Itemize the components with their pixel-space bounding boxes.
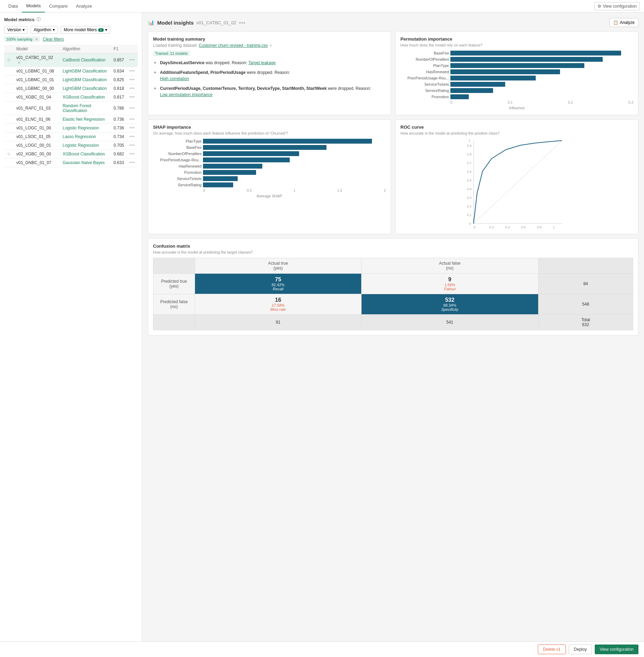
- table-row[interactable]: v01_LOGC_01_00Logistic Regression0.736••…: [4, 124, 138, 133]
- col-top-cell: [4, 84, 14, 93]
- delete-button[interactable]: Delete v1: [538, 645, 566, 654]
- perm-bar-container: [450, 63, 633, 68]
- nav-models[interactable]: Models: [22, 0, 45, 12]
- algorithm-link[interactable]: LightGBM Classification: [62, 86, 107, 91]
- algorithm-link[interactable]: Random Forest Classification: [62, 103, 91, 113]
- algorithm-link[interactable]: XGBoost Classification: [62, 152, 105, 156]
- dropped-icon-0: ✦: [153, 60, 157, 66]
- shap-axis-label: 1: [294, 189, 296, 193]
- view-config-bottom-button[interactable]: View configuration: [595, 645, 638, 654]
- svg-text:0.5: 0.5: [467, 179, 472, 182]
- cm-row-total-true: 84: [538, 274, 633, 294]
- cm-true-positive: 75 82.42% Recall: [195, 274, 362, 294]
- perm-bar-container: [450, 94, 633, 99]
- remove-sampling-icon[interactable]: ✕: [35, 37, 38, 41]
- cm-true-negative: 532 98.34% Specificity: [361, 294, 538, 315]
- shap-axis-title: Average SHAP: [153, 194, 386, 198]
- f1-cell: 0.834: [111, 67, 127, 76]
- row-more-icon[interactable]: •••: [129, 86, 135, 91]
- model-name-cell: v01_LGBMC_00_00: [14, 84, 60, 93]
- row-more-icon[interactable]: •••: [129, 152, 135, 156]
- cm-row-label-false: Predicted false(no): [153, 294, 195, 315]
- table-row[interactable]: ☆v01_CATBC_01_02 ✕CatBoost Classificatio…: [4, 53, 138, 67]
- row-more-icon[interactable]: •••: [129, 160, 135, 165]
- dataset-link[interactable]: Customer churn revised - training.csv: [199, 43, 268, 48]
- perm-bar-row: BaseFee: [400, 51, 633, 56]
- nav-analyze[interactable]: Analyze: [72, 0, 96, 12]
- model-name-cell: v01_GNBC_01_07: [14, 159, 60, 167]
- table-row[interactable]: v01_LOGC_00_01Logistic Regression0.705••…: [4, 141, 138, 150]
- cm-corner-cell: [153, 258, 195, 274]
- training-text-2: CurrentPeriodUsage, CustomerTenure, Terr…: [160, 85, 371, 98]
- target-leakage-link[interactable]: Target leakage: [248, 60, 276, 65]
- top-navigation: Data Models Compare Analyze ⚙ View confi…: [0, 0, 644, 12]
- table-row[interactable]: v01_ELNC_01_06Elastic Net Regression0.73…: [4, 115, 138, 124]
- shap-axis-label: 1.5: [337, 189, 342, 193]
- algorithm-link[interactable]: Elastic Net Regression: [62, 117, 104, 122]
- algorithm-link[interactable]: LightGBM Classification: [62, 77, 107, 82]
- row-more-icon[interactable]: •••: [129, 69, 135, 74]
- svg-text:0.4: 0.4: [505, 225, 510, 229]
- svg-text:0.9: 0.9: [467, 144, 472, 147]
- perm-bar-row: Promotion: [400, 94, 633, 99]
- algorithm-link[interactable]: LightGBM Classification: [62, 69, 107, 74]
- table-row[interactable]: v01_LGBMC_01_01LightGBM Classification0.…: [4, 76, 138, 84]
- algorithm-link[interactable]: Logistic Regression: [62, 126, 99, 130]
- row-more-icon[interactable]: •••: [129, 95, 135, 100]
- cm-false-positive: 9 1.66% Fallout: [361, 274, 538, 294]
- col-top: [4, 45, 14, 53]
- clear-filters-button[interactable]: Clear filters: [43, 37, 64, 42]
- row-more-icon[interactable]: •••: [129, 58, 135, 62]
- algorithm-link[interactable]: CatBoost Classification: [62, 58, 105, 62]
- table-row[interactable]: v01_GNBC_01_07Gaussian Naive Bayes0.633•…: [4, 159, 138, 167]
- table-row[interactable]: ☆v02_XGBC_00_00XGBoost Classification0.6…: [4, 150, 138, 159]
- model-metrics-title: Model metrics: [4, 17, 34, 22]
- row-more-icon[interactable]: •••: [129, 106, 135, 111]
- perm-bar: [450, 51, 621, 56]
- svg-text:0.6: 0.6: [521, 225, 526, 229]
- nav-data[interactable]: Data: [4, 0, 22, 12]
- f1-cell: 0.734: [111, 133, 127, 141]
- info-icon: ⓘ: [36, 17, 41, 23]
- algorithm-link[interactable]: Logistic Regression: [62, 143, 99, 148]
- shap-bar: [203, 145, 327, 150]
- more-filters-button[interactable]: More model filters 1 ▾: [61, 26, 110, 34]
- row-more-icon[interactable]: •••: [129, 117, 135, 122]
- low-perm-link[interactable]: Low permutation importance: [160, 92, 212, 97]
- row-more-icon[interactable]: •••: [129, 126, 135, 130]
- table-header-row: Model Algorithm F1: [4, 45, 138, 53]
- deploy-button[interactable]: Deploy: [569, 645, 592, 654]
- row-more-icon[interactable]: •••: [129, 143, 135, 148]
- insights-menu-icon[interactable]: •••: [239, 20, 246, 26]
- row-more-icon[interactable]: •••: [129, 77, 135, 82]
- fn-pct: 17.58%: [198, 303, 358, 307]
- settings-icon: ⚙: [598, 4, 601, 9]
- table-row[interactable]: v01_XGBC_01_04XGBoost Classification0.81…: [4, 93, 138, 102]
- cm-corner-right: [538, 258, 633, 274]
- algorithm-link[interactable]: Gaussian Naive Bayes: [62, 160, 104, 165]
- nav-compare[interactable]: Compare: [45, 0, 71, 12]
- analyze-button[interactable]: 📋 Analyze: [609, 18, 638, 27]
- version-filter-button[interactable]: Version ▾: [4, 26, 28, 34]
- high-correlation-link[interactable]: High correlation: [160, 76, 189, 81]
- algorithm-link[interactable]: Lasso Regression: [62, 134, 96, 139]
- table-row[interactable]: v01_LGBMC_00_00LightGBM Classification0.…: [4, 84, 138, 93]
- confusion-matrix-title: Confusion matrix: [153, 244, 633, 249]
- algorithm-link[interactable]: XGBoost Classification: [62, 95, 105, 100]
- table-row[interactable]: v01_RAFC_01_03Random Forest Classificati…: [4, 102, 138, 115]
- training-text-0: DaysSinceLastService was dropped. Reason…: [160, 60, 276, 66]
- cm-grand-total: Total632: [538, 315, 633, 330]
- perm-axis-title: Influence: [400, 106, 633, 110]
- table-row[interactable]: v01_LGBMC_01_08LightGBM Classification0.…: [4, 67, 138, 76]
- table-row[interactable]: v01_LSOC_01_05Lasso Regression0.734•••: [4, 133, 138, 141]
- svg-line-19: [474, 140, 562, 223]
- cm-false-negative: 16 17.58% Miss rate: [195, 294, 362, 315]
- algorithm-filter-button[interactable]: Algorithm ▾: [31, 26, 58, 34]
- close-model-icon[interactable]: ✕: [18, 61, 20, 65]
- row-more-icon[interactable]: •••: [129, 134, 135, 139]
- view-config-top-button[interactable]: ⚙ View configuration: [594, 2, 640, 10]
- training-item-2: ✦ CurrentPeriodUsage, CustomerTenure, Te…: [153, 85, 386, 98]
- shap-bar-container: [203, 164, 386, 169]
- insights-header: 📊 Model insights v01_CATBC_01_02 ••• 📋 A…: [148, 18, 638, 27]
- analyze-label: Analyze: [620, 20, 635, 25]
